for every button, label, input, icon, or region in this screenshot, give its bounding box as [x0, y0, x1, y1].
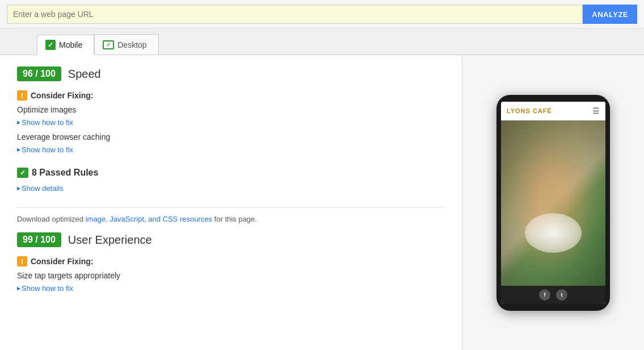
show-how-to-fix-tap-link[interactable]: Show how to fix — [17, 284, 73, 293]
top-bar: http://lyonscafe.com/ ANALYZE — [0, 0, 644, 29]
passed-rules-title: 8 Passed Rules — [32, 168, 98, 178]
consider-fixing-title: Consider Fixing: — [31, 91, 93, 100]
phone-footer: f t — [501, 286, 605, 304]
download-suffix: for this page. — [214, 215, 257, 223]
ux-section: 99 / 100 User Experience ! Consider Fixi… — [17, 232, 445, 298]
tab-desktop-label: Desktop — [117, 40, 146, 49]
tap-targets-item: Size tap targets appropriately — [17, 271, 445, 280]
analyze-button[interactable]: ANALYZE — [583, 5, 637, 24]
content-panel: 96 / 100 Speed ! Consider Fixing: Optimi… — [0, 55, 462, 350]
ux-score-label: User Experience — [68, 234, 152, 247]
passed-rules-section: 8 Passed Rules Show details — [17, 168, 445, 198]
phone-mockup: LYONS CAFÉ ☰ f t — [496, 95, 610, 311]
tab-desktop[interactable]: Desktop — [94, 34, 158, 55]
ux-consider-fixing-title: Consider Fixing: — [31, 257, 93, 266]
tabs-container: Mobile Desktop — [0, 29, 644, 55]
speed-score-label: Speed — [68, 68, 101, 81]
speed-score-row: 96 / 100 Speed — [17, 66, 445, 81]
passed-header: 8 Passed Rules — [17, 168, 445, 178]
desktop-check-icon — [103, 40, 114, 49]
leverage-caching-item: Leverage browser caching — [17, 132, 445, 141]
ux-consider-fixing: ! Consider Fixing: Size tap targets appr… — [17, 256, 445, 298]
passed-check-icon — [17, 168, 28, 178]
tab-mobile-label: Mobile — [59, 40, 82, 49]
tab-mobile[interactable]: Mobile — [37, 35, 94, 55]
hamburger-menu-icon: ☰ — [592, 106, 600, 115]
food-plate — [525, 213, 582, 253]
phone-screen: LYONS CAFÉ ☰ f t — [501, 102, 605, 304]
cafe-name: LYONS CAFÉ — [507, 107, 552, 114]
ux-score-badge: 99 / 100 — [17, 232, 61, 247]
section-divider — [17, 207, 445, 208]
download-text: Download optimized image, JavaScript, an… — [17, 215, 445, 223]
mobile-check-icon — [45, 40, 56, 50]
warning-icon: ! — [17, 90, 27, 101]
show-details-link[interactable]: Show details — [17, 184, 64, 193]
download-resources-link[interactable]: image, JavaScript, and CSS resources — [86, 215, 212, 223]
ux-score-row: 99 / 100 User Experience — [17, 232, 445, 247]
ux-warning-header: ! Consider Fixing: — [17, 256, 445, 266]
twitter-icon: t — [556, 289, 567, 301]
speed-consider-fixing: ! Consider Fixing: Optimize images Show … — [17, 90, 445, 160]
food-overlay — [501, 120, 605, 286]
show-how-to-fix-caching-link[interactable]: Show how to fix — [17, 145, 73, 154]
show-how-to-fix-optimize-link[interactable]: Show how to fix — [17, 118, 73, 127]
url-input[interactable]: http://lyonscafe.com/ — [7, 5, 583, 24]
speed-score-badge: 96 / 100 — [17, 66, 61, 81]
ux-warning-icon: ! — [17, 256, 27, 266]
food-image — [501, 120, 605, 286]
phone-header: LYONS CAFÉ ☰ — [501, 102, 605, 120]
main-container: 96 / 100 Speed ! Consider Fixing: Optimi… — [0, 55, 644, 350]
preview-panel: LYONS CAFÉ ☰ f t — [462, 55, 644, 350]
warning-header: ! Consider Fixing: — [17, 90, 445, 101]
facebook-icon: f — [539, 289, 550, 301]
optimize-images-item: Optimize images — [17, 105, 445, 114]
